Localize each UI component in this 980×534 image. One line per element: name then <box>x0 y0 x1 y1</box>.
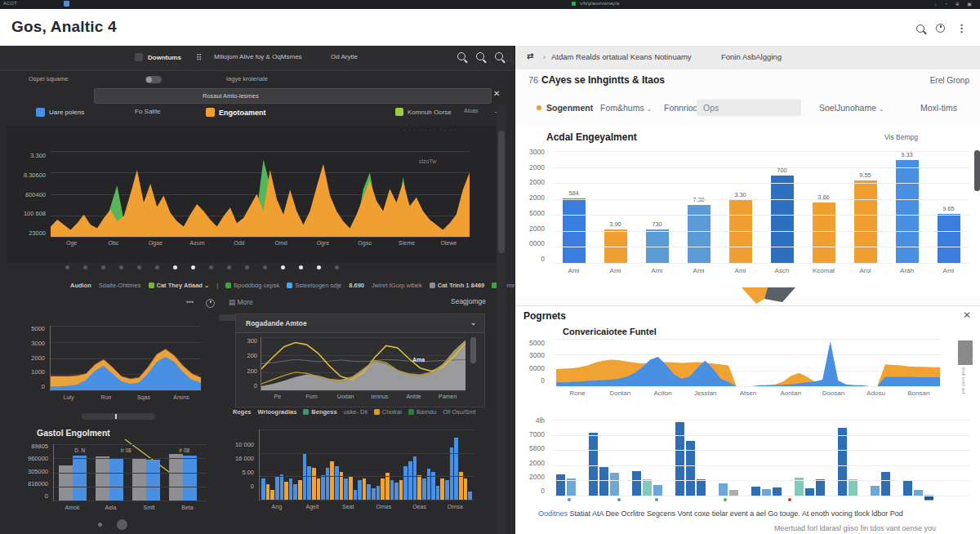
y-tick: 0 <box>233 483 254 490</box>
horizontal-slider[interactable] <box>82 413 155 420</box>
legend-item[interactable]: Jwinrt tGorp wlbek <box>372 282 422 289</box>
pagination-dot[interactable] <box>281 265 285 269</box>
legend-item[interactable]: uske- Dil <box>344 408 368 416</box>
grid-icon[interactable]: ⠿ <box>196 53 202 62</box>
legend-item[interactable]: | <box>216 282 218 289</box>
legend-item[interactable]: 8.690 <box>349 282 364 289</box>
legend-item[interactable]: Reges <box>233 408 252 416</box>
gridline <box>260 453 474 454</box>
pagination-dot[interactable] <box>173 265 177 269</box>
x-tick: Agelt <box>295 504 331 510</box>
filter-soeljunohame[interactable]: SoelJunohame ⌄ <box>819 103 884 113</box>
bar-value-label: 9.55 <box>859 171 871 179</box>
pagination-dot[interactable] <box>191 265 195 269</box>
bar <box>344 478 348 500</box>
search-icon[interactable] <box>495 52 503 60</box>
pagination-dot[interactable] <box>299 265 303 269</box>
filter-moxltims[interactable]: Moxl-tims <box>920 103 957 113</box>
legend-item[interactable]: Chotral <box>374 408 402 416</box>
panel-scrollbar[interactable] <box>470 337 476 363</box>
search-icon[interactable] <box>476 52 484 60</box>
tab-komnuh-oorse[interactable]: Komnuh Oorse <box>395 108 452 116</box>
chevron-down-icon[interactable]: ⌄ <box>470 318 476 327</box>
tab-fo-salite[interactable]: Fo Salite <box>135 108 161 115</box>
tab-engotoament[interactable]: Engotoament <box>206 108 266 117</box>
overflow-menu-icon[interactable]: ⋮ <box>956 22 967 34</box>
x-tick: Doosan <box>812 389 854 397</box>
x-tick: Anvns <box>163 394 200 400</box>
pagination-dot[interactable] <box>227 265 231 269</box>
legend-item[interactable]: Oll Osu/Smt <box>443 408 475 416</box>
scrollbar-track[interactable] <box>497 105 506 534</box>
y-tick: 5800 <box>519 444 545 452</box>
close-icon[interactable]: ✕ <box>493 89 500 98</box>
legend-item[interactable]: Ssteelsogen sdje <box>287 282 341 289</box>
toolbar-od-arytle[interactable]: Od Arytle <box>331 53 358 60</box>
filter-segment[interactable]: Sogenment <box>546 103 593 113</box>
bar <box>275 477 279 500</box>
pagination-dot[interactable] <box>263 265 267 269</box>
pagination-dot[interactable] <box>137 265 141 269</box>
x-tick: Ami <box>928 267 969 274</box>
search-icon[interactable] <box>457 52 466 60</box>
bar <box>653 485 662 496</box>
pagination-dot[interactable] <box>101 265 105 269</box>
legend-item[interactable]: Sdaite-Ohtimes <box>99 282 141 289</box>
url-text[interactable]: v/b/g/auvrvwnay/a <box>580 1 619 6</box>
legend-item[interactable]: Bpoddbdg cepsk <box>225 282 279 289</box>
ops-input[interactable]: Ops <box>697 100 801 116</box>
history-icon[interactable] <box>206 299 215 308</box>
bar <box>427 469 431 500</box>
rogadande-header[interactable]: Rogadande Amtoe ⌄ <box>236 314 484 333</box>
search-icon[interactable] <box>916 24 924 33</box>
breadcrumb-path2[interactable]: Fonin AsbAlgging <box>721 52 782 61</box>
gridline <box>54 501 207 501</box>
breadcrumb-path1[interactable]: Atdam Realds ortatual Keans Notinuamy <box>551 52 692 61</box>
page-dot-active[interactable] <box>117 519 127 530</box>
more-dots-icon[interactable]: ••• <box>186 298 194 306</box>
y-tick: 7000 <box>519 430 545 438</box>
erel-gronp-label[interactable]: Erel Gronp <box>930 76 969 85</box>
y-tick: 305000 <box>12 468 48 475</box>
pagination-dot[interactable] <box>83 265 87 269</box>
legend-item[interactable]: Wrloogradias <box>258 408 297 416</box>
legend-item[interactable]: Cat Trinh 1 8469 <box>430 282 485 289</box>
gridline <box>260 476 474 477</box>
search-icon[interactable] <box>504 53 512 61</box>
pagination-dot[interactable] <box>209 265 213 269</box>
ops-input-value: Ops <box>703 103 719 113</box>
legend-item[interactable]: Audion <box>70 282 91 289</box>
tab-favicon[interactable] <box>64 1 69 7</box>
legend-item[interactable]: Barndu <box>408 408 436 416</box>
toolbar-property[interactable]: Miliojom Alive foy & OqMsmes <box>214 53 302 60</box>
caption-line2: Meertuad forl ldarasl giiso fin tdos van… <box>774 524 936 532</box>
pagination-dot[interactable] <box>335 265 339 269</box>
pagination-dot[interactable] <box>155 265 159 269</box>
legend-item[interactable]: Cat They Atlaad ⌄ <box>149 282 210 289</box>
legend-item[interactable]: Bengess <box>303 408 336 416</box>
scrollbar-thumb[interactable] <box>498 131 505 253</box>
toolbar-downtums[interactable]: Downtums <box>135 53 181 61</box>
browser-action-icons[interactable]: ↓ ◔ ⊕ ▣ <box>934 1 975 7</box>
tab-uare-polens[interactable]: Uare polens <box>36 108 84 117</box>
swap-icon[interactable]: ⇄ <box>527 51 540 63</box>
page-dot[interactable] <box>98 523 102 527</box>
pagination-dot[interactable] <box>245 265 249 269</box>
pagination-dot[interactable] <box>119 265 123 269</box>
more-button[interactable]: ▤ More <box>229 298 253 306</box>
clock-icon[interactable] <box>936 24 945 33</box>
bar <box>436 486 440 500</box>
pagination-dot[interactable] <box>317 265 321 269</box>
scrollbar-thumb[interactable] <box>974 150 980 191</box>
close-icon[interactable]: ✕ <box>963 309 971 321</box>
ooditnes-link[interactable]: Ooditnes <box>538 510 568 518</box>
report-search-input[interactable]: Rosaul Amto-lesmes <box>94 88 492 104</box>
x-tick: Amok <box>53 505 91 510</box>
bar <box>408 461 412 500</box>
tab-aloas[interactable]: Aloas <box>464 108 479 113</box>
filter-fomhums[interactable]: Fom&hums ⌄ <box>600 103 652 113</box>
compare-toggle[interactable] <box>145 76 162 83</box>
pagination-dot[interactable] <box>65 265 69 269</box>
x-tick: Beta <box>168 505 207 510</box>
pagination-dots[interactable] <box>65 265 388 269</box>
